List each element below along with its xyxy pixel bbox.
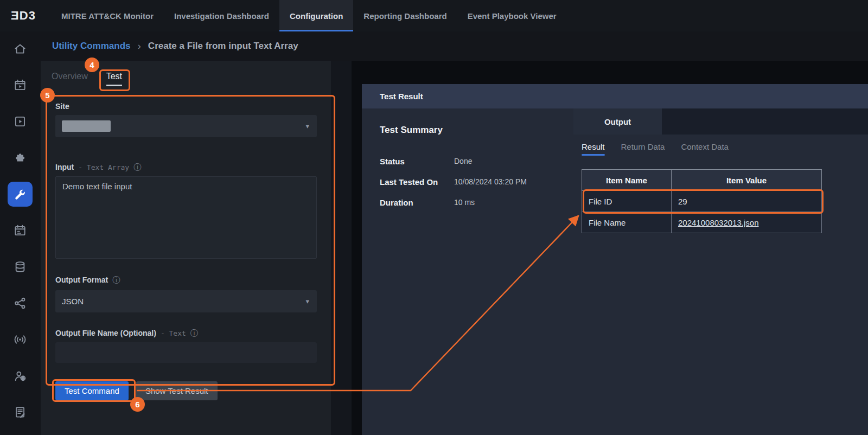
app-root: ƎD3 MITRE ATT&CK Monitor Investigation D… <box>0 0 868 435</box>
panel-tabs: Overview Test <box>52 72 122 86</box>
status-value: Done <box>454 157 472 165</box>
file-name-link[interactable]: 20241008032013.json <box>678 218 758 227</box>
site-value-redacted <box>62 120 111 132</box>
result-table: Item Name Item Value File ID 29 File Nam… <box>582 169 822 233</box>
last-tested-label: Last Tested On <box>380 177 438 187</box>
output-format-label-row: Output Format ⓘ <box>55 276 120 285</box>
play-square-icon[interactable] <box>8 109 33 134</box>
command-test-panel: Overview Test Site ▾ Input - Text Array … <box>41 61 331 435</box>
col-item-name: Item Name <box>582 170 672 191</box>
last-tested-value: 10/08/2024 03:20 PM <box>454 177 527 186</box>
output-format-value: JSON <box>62 297 84 306</box>
calendar-play-icon[interactable] <box>8 73 33 98</box>
nav-investigation-dashboard[interactable]: Investigation Dashboard <box>164 0 279 31</box>
nav-reporting-dashboard[interactable]: Reporting Dashboard <box>353 0 457 31</box>
col-item-value: Item Value <box>672 170 822 191</box>
database-icon[interactable] <box>8 254 33 279</box>
status-label: Status <box>380 157 405 166</box>
puzzle-icon[interactable] <box>8 145 33 170</box>
output-format-label: Output Format <box>55 276 108 284</box>
output-subtabs: Result Return Data Context Data <box>582 142 729 156</box>
input-label-row: Input - Text Array ⓘ <box>55 163 141 172</box>
primary-nav: MITRE ATT&CK Monitor Investigation Dashb… <box>51 0 567 31</box>
panel-gap <box>331 61 352 435</box>
document-signature-icon[interactable] <box>8 400 33 425</box>
table-header-row: Item Name Item Value <box>582 170 822 191</box>
sidebar <box>0 31 41 435</box>
test-result-panel: Test Result Test Summary Status Done Las… <box>362 84 868 435</box>
file-id-name-cell: File ID <box>582 191 672 212</box>
test-summary-title: Test Summary <box>380 125 443 136</box>
breadcrumb-utility-commands[interactable]: Utility Commands <box>52 41 131 52</box>
tab-output[interactable]: Output <box>573 108 662 135</box>
table-row-file-id: File ID 29 <box>582 191 822 212</box>
site-label: Site <box>55 102 69 111</box>
info-icon[interactable]: ⓘ <box>133 163 141 172</box>
button-row: Test Command Show Test Result <box>55 381 218 400</box>
globe-user-icon[interactable] <box>8 363 33 388</box>
chevron-down-icon: ▾ <box>305 122 309 130</box>
tab-test[interactable]: Test <box>106 72 122 86</box>
output-file-name-type-hint: - Text <box>161 329 186 337</box>
tools-icon[interactable] <box>8 182 33 207</box>
share-nodes-icon[interactable] <box>8 291 33 316</box>
chevron-down-icon: ▾ <box>305 297 309 305</box>
subtab-return-data[interactable]: Return Data <box>621 142 665 156</box>
output-file-name-label-row: Output File Name (Optional) - Text ⓘ <box>55 329 198 338</box>
d3-logo[interactable]: ƎD3 <box>0 0 47 31</box>
duration-value: 10 ms <box>454 198 475 207</box>
file-name-value-cell: 20241008032013.json <box>672 212 822 233</box>
chevron-right-icon: › <box>138 40 141 52</box>
test-command-button[interactable]: Test Command <box>55 381 129 400</box>
output-file-name-input[interactable] <box>55 342 317 363</box>
site-label-row: Site <box>55 102 69 111</box>
test-result-header: Test Result <box>362 84 868 108</box>
site-select[interactable]: ▾ <box>55 115 317 137</box>
breadcrumb-current-page: Create a File from input Text Array <box>148 41 298 52</box>
test-result-body: Test Summary Status Done Last Tested On … <box>362 108 868 435</box>
input-textarea[interactable]: Demo text file input <box>55 176 317 259</box>
nav-event-playbook-viewer[interactable]: Event Playbook Viewer <box>457 0 567 31</box>
input-type-hint: - Text Array <box>78 163 129 171</box>
calendar-icon[interactable] <box>8 218 33 243</box>
file-name-name-cell: File Name <box>582 212 672 233</box>
file-id-value-cell: 29 <box>672 191 822 212</box>
home-icon[interactable] <box>8 36 33 61</box>
input-label: Input <box>55 163 74 171</box>
info-icon[interactable]: ⓘ <box>112 276 120 285</box>
subtab-context-data[interactable]: Context Data <box>681 142 729 156</box>
info-icon[interactable]: ⓘ <box>190 329 198 338</box>
subtab-result[interactable]: Result <box>582 142 605 156</box>
duration-label: Duration <box>380 198 413 207</box>
broadcast-icon[interactable] <box>8 327 33 352</box>
breadcrumb: Utility Commands › Create a File from in… <box>0 31 868 61</box>
show-test-result-button[interactable]: Show Test Result <box>136 381 218 400</box>
top-nav: ƎD3 MITRE ATT&CK Monitor Investigation D… <box>0 0 868 31</box>
nav-mitre-attack-monitor[interactable]: MITRE ATT&CK Monitor <box>51 0 164 31</box>
test-result-title: Test Result <box>380 92 423 101</box>
nav-configuration[interactable]: Configuration <box>279 0 353 31</box>
table-row-file-name: File Name 20241008032013.json <box>582 212 822 233</box>
tab-overview[interactable]: Overview <box>52 72 88 86</box>
output-format-select[interactable]: JSON ▾ <box>55 290 317 312</box>
output-file-name-label: Output File Name (Optional) <box>55 329 156 337</box>
